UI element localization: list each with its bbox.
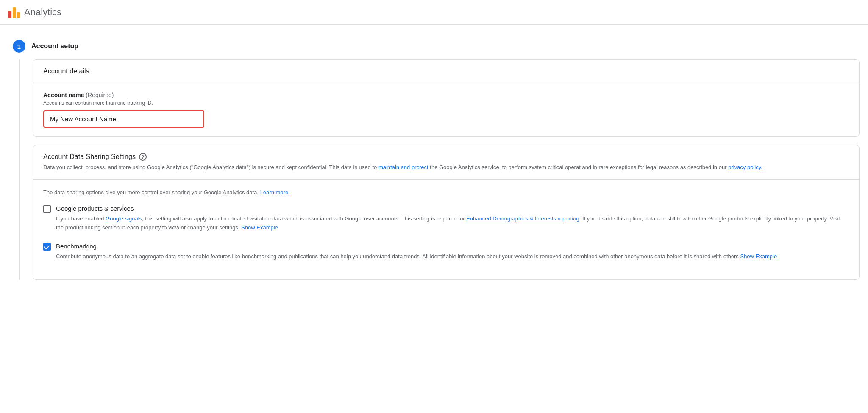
step-label: Account setup [31, 42, 78, 50]
step-badge: 1 [13, 40, 25, 53]
account-name-input[interactable] [43, 110, 204, 128]
data-sharing-description: Data you collect, process, and store usi… [43, 163, 849, 172]
account-name-hint: Accounts can contain more than one track… [43, 100, 849, 106]
sharing-intro: The data sharing options give you more c… [43, 188, 849, 197]
benchmarking-show-example-link[interactable]: Show Example [740, 253, 777, 260]
google-products-show-example-link[interactable]: Show Example [241, 224, 278, 231]
benchmarking-checkbox[interactable] [43, 243, 51, 251]
benchmarking-label: Benchmarking [56, 243, 97, 250]
data-sharing-card: Account Data Sharing Settings ? Data you… [33, 145, 860, 280]
logo-bar-1 [8, 11, 11, 18]
google-products-desc: If you have enabled Google signals, this… [56, 215, 849, 232]
step-content: Account details Account name (Required) … [19, 59, 868, 280]
account-details-card: Account details Account name (Required) … [33, 59, 860, 137]
checkbox-item-google-products: Google products & services If you have e… [43, 205, 849, 232]
enhanced-demographics-link[interactable]: Enhanced Demographics & Interests report… [466, 215, 579, 222]
privacy-policy-link[interactable]: privacy policy. [728, 164, 762, 170]
data-sharing-title-text: Account Data Sharing Settings [43, 153, 136, 161]
checkbox-row-benchmarking: Benchmarking [43, 243, 849, 251]
analytics-logo-icon [8, 6, 20, 18]
app-header: Analytics [0, 0, 868, 25]
account-details-card-header: Account details [33, 60, 859, 83]
logo-bar-2 [13, 7, 16, 18]
logo-container: Analytics [8, 6, 61, 18]
help-icon[interactable]: ? [139, 153, 147, 161]
benchmarking-desc: Contribute anonymous data to an aggregat… [56, 252, 849, 261]
data-sharing-header: Account Data Sharing Settings ? Data you… [33, 145, 859, 180]
logo-bar-3 [17, 12, 20, 18]
google-products-checkbox[interactable] [43, 205, 51, 213]
app-title: Analytics [24, 7, 61, 18]
checkbox-item-benchmarking: Benchmarking Contribute anonymous data t… [43, 243, 849, 261]
account-details-card-body: Account name (Required) Accounts can con… [33, 83, 859, 136]
data-sharing-title-row: Account Data Sharing Settings ? [43, 153, 849, 161]
account-name-label: Account name (Required) [43, 92, 849, 98]
google-signals-link[interactable]: Google signals [106, 215, 142, 222]
checkbox-row-google-products: Google products & services [43, 205, 849, 213]
maintain-protect-link[interactable]: maintain and protect [378, 164, 428, 170]
learn-more-link[interactable]: Learn more. [260, 189, 290, 195]
step-header: 1 Account setup [0, 33, 868, 59]
main-content: 1 Account setup Account details Account … [0, 25, 868, 297]
data-sharing-body: The data sharing options give you more c… [33, 180, 859, 280]
account-details-title: Account details [43, 67, 89, 75]
google-products-label: Google products & services [56, 205, 134, 212]
